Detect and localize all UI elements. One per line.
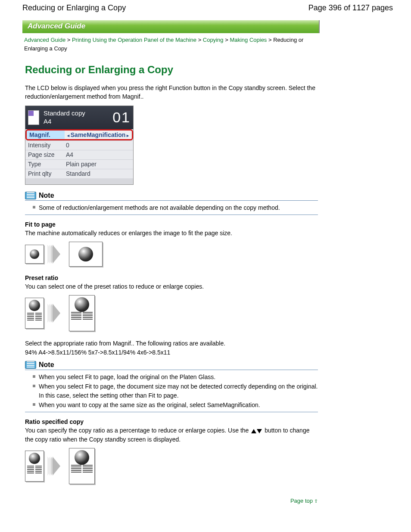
breadcrumb: Advanced Guide > Printing Using the Oper… [24, 36, 321, 53]
note-item: When you want to copy at the same size a… [33, 401, 318, 409]
preset-illustration [25, 295, 318, 331]
lcd-row-magnif: Magnif. SameMagnification [25, 129, 133, 140]
lcd-row-quality: Print qlty Standard [25, 169, 133, 178]
lcd-row-type: Type Plain paper [25, 159, 133, 169]
note-block-2: Note When you select Fit to page, load t… [25, 361, 318, 412]
crumb-printing[interactable]: Printing Using the Operation Panel of th… [72, 37, 196, 43]
globe-icon [75, 450, 89, 465]
guide-banner: Advanced Guide [22, 20, 320, 33]
note-icon [25, 192, 36, 199]
preset-ratio-values: 94% A4->8.5x11/156% 5x7->8.5x11/94% 4x6-… [25, 348, 318, 357]
fit-to-page-text: The machine automatically reduces or enl… [25, 229, 318, 237]
globe-icon [29, 300, 40, 311]
lcd-screenshot: Standard copy A4 01 Magnif. SameMagnific… [25, 106, 134, 185]
lcd-mode: Standard copy [44, 109, 112, 118]
globe-icon [78, 247, 93, 261]
note-title: Note [39, 361, 54, 369]
ratio-specified-text: You can specify the copy ratio as a perc… [25, 426, 318, 444]
header-page-count: Page 396 of 1127 pages [308, 3, 393, 12]
crumb-making-copies[interactable]: Making Copies [230, 37, 267, 43]
lcd-row-intensity: Intensity 0 [25, 140, 133, 150]
intro-text: The LCD below is displayed when you pres… [25, 84, 318, 101]
globe-icon [75, 297, 89, 312]
ratio-illustration [25, 448, 318, 484]
note-block-1: Note Some of reduction/enlargement metho… [25, 192, 318, 215]
lcd-copy-count: 01 [112, 109, 131, 126]
note-item: When you select Fit to page, load the or… [33, 373, 318, 381]
note-title: Note [39, 192, 54, 199]
arrow-right-icon [53, 245, 60, 264]
page-top-link-container: Page top⇧ [25, 497, 318, 504]
note-icon [25, 361, 36, 369]
page-header: Reducing or Enlarging a Copy Page 396 of… [22, 3, 393, 12]
preset-ratio-text: You can select one of the preset ratios … [25, 282, 318, 291]
preset-ratio-instruction: Select the appropriate ratio from Magnif… [25, 339, 318, 348]
arrow-right-icon [53, 304, 60, 323]
note-item: Some of reduction/enlargement methods ar… [33, 203, 318, 212]
lcd-size: A4 [44, 118, 112, 126]
crumb-advanced-guide[interactable]: Advanced Guide [24, 37, 65, 43]
fit-illustration [25, 242, 318, 267]
header-title: Reducing or Enlarging a Copy [22, 3, 126, 12]
page-title: Reducing or Enlarging a Copy [25, 64, 318, 76]
globe-icon [29, 453, 40, 464]
crumb-copying[interactable]: Copying [203, 37, 224, 43]
ratio-specified-heading: Ratio specified copy [25, 418, 318, 425]
lcd-row-pagesize: Page size A4 [25, 150, 133, 159]
globe-icon [30, 249, 39, 259]
fit-to-page-heading: Fit to page [25, 221, 318, 228]
up-down-button-icon [251, 429, 262, 433]
document-icon [28, 110, 39, 125]
preset-ratio-heading: Preset ratio [25, 274, 318, 281]
note-item: When you select Fit to page, the documen… [33, 382, 318, 400]
arrow-right-icon [53, 457, 60, 476]
page-top-link[interactable]: Page top⇧ [290, 498, 318, 504]
